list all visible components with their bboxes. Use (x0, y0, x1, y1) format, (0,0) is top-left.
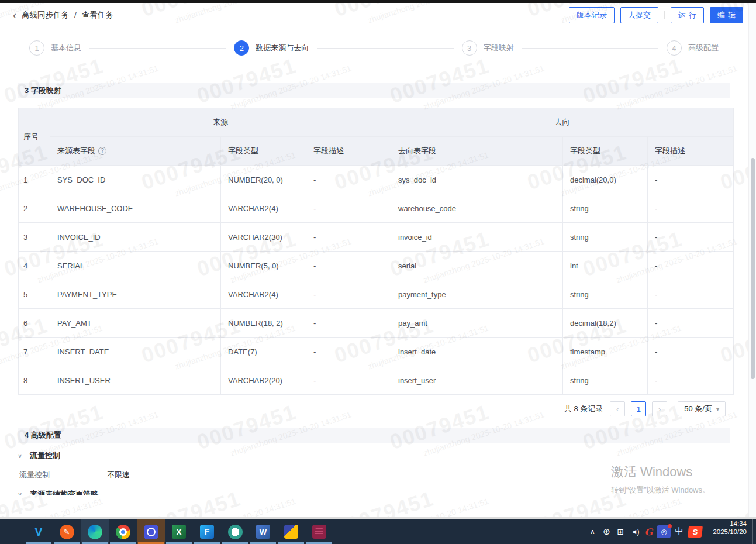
breadcrumb-item-view-task: 查看任务 (82, 10, 113, 20)
back-arrow-icon[interactable]: ‹ (13, 10, 16, 20)
breadcrumb-separator: / (74, 11, 77, 19)
taskbar-app[interactable]: W (249, 519, 277, 544)
page-1-button[interactable]: 1 (631, 401, 646, 416)
cell-src_desc: - (306, 223, 391, 252)
breadcrumb-item-task-list[interactable]: 离线同步任务 (22, 10, 69, 20)
cell-src_type: NUMBER(20, 0) (221, 166, 306, 194)
step-source-target[interactable]: 2 数据来源与去向 (234, 40, 309, 56)
cell-no: 1 (19, 166, 50, 194)
sogou-app-icon[interactable]: S (688, 526, 703, 538)
cell-dst_field: invoice_id (391, 223, 563, 252)
table-row: 8INSERT_USERVARCHAR2(20)-insert_userstri… (19, 366, 734, 395)
edit-button[interactable]: 编辑 (710, 7, 743, 23)
help-icon[interactable]: ? (98, 147, 106, 155)
cell-src_field: SYS_DOC_ID (50, 166, 221, 194)
taskbar-app[interactable] (109, 519, 137, 544)
column-header-source-field: 来源表字段? (50, 137, 221, 166)
column-header-source-desc: 字段描述 (306, 137, 391, 166)
cell-src_field: WAREHOUSE_CODE (50, 194, 221, 223)
cell-dst_type: string (563, 223, 648, 252)
cell-src_desc: - (306, 366, 391, 395)
taskbar-app[interactable]: V (25, 519, 53, 544)
cell-dst_desc: - (648, 194, 734, 223)
taskbar-app[interactable] (137, 519, 165, 544)
step-connector (89, 48, 226, 49)
cell-dst_field: pay_amt (391, 309, 563, 338)
step-connector (522, 48, 658, 49)
show-desktop-button[interactable] (752, 519, 756, 544)
cell-dst_type: string (563, 280, 648, 309)
chat-app-icon (144, 525, 158, 539)
version-history-button[interactable]: 版本记录 (569, 7, 615, 23)
cell-dst_type: string (563, 194, 648, 223)
ime-chinese-icon[interactable]: 中 (672, 526, 686, 537)
app-header: ‹ 离线同步任务 / 查看任务 版本记录 去提交 运行 编辑 (0, 3, 756, 27)
cell-src_field: SERIAL (50, 252, 221, 280)
network-globe-icon[interactable]: ⊕ (599, 526, 613, 537)
taskbar-app[interactable] (305, 519, 333, 544)
windows-taskbar: V✎XFW ∧⊕⊞◄)G◎中S 14:34 2025/10/20 (0, 519, 756, 544)
taskbar-app[interactable]: X (165, 519, 193, 544)
g-app-icon[interactable]: G (641, 526, 655, 538)
cell-no: 5 (19, 280, 50, 309)
step-basic-info[interactable]: 1 基本信息 (29, 40, 81, 56)
flow-control-group-toggle[interactable]: ∨ 流量控制 (18, 450, 730, 461)
source-field-header-text: 来源表字段 (57, 146, 95, 155)
prev-page-button[interactable]: ‹ (610, 401, 625, 416)
step-4-circle: 4 (667, 40, 682, 56)
chevron-down-icon: ∨ (18, 491, 22, 495)
flow-control-value: 不限速 (107, 470, 130, 480)
next-page-button[interactable]: › (652, 401, 667, 416)
taskbar-app[interactable]: ✎ (53, 519, 81, 544)
cell-src_type: NUMBER(5, 0) (221, 252, 306, 280)
windows-key-icon[interactable]: ⊞ (613, 527, 627, 536)
table-row: 6PAY_AMTNUMBER(18, 2)-pay_amtdecimal(18,… (19, 309, 734, 338)
cell-src_type: VARCHAR2(4) (221, 194, 306, 223)
step-1-circle: 1 (29, 40, 44, 56)
cell-no: 6 (19, 309, 50, 338)
taskbar-app[interactable]: F (193, 519, 221, 544)
group-header-target: 去向 (391, 108, 734, 137)
cell-src_desc: - (306, 338, 391, 366)
edge-icon (88, 525, 102, 539)
section-title-field-mapping: 3 字段映射 (18, 83, 730, 98)
taskbar-app[interactable] (277, 519, 305, 544)
run-button[interactable]: 运行 (671, 7, 704, 23)
taskbar-app[interactable] (81, 519, 109, 544)
notification-app-icon[interactable]: ◎ (657, 525, 671, 538)
cell-dst_field: payment_type (391, 280, 563, 309)
cell-src_field: INSERT_USER (50, 366, 221, 395)
cell-dst_type: decimal(18,2) (563, 309, 648, 338)
step-advanced-config[interactable]: 4 高级配置 (667, 40, 719, 56)
volume-icon[interactable]: ◄) (627, 528, 641, 536)
taskbar-clock[interactable]: 14:34 2025/10/20 (713, 519, 747, 544)
tray-expand-icon[interactable]: ∧ (585, 528, 599, 536)
vertical-scrollbar[interactable] (748, 3, 756, 517)
word-icon: W (256, 525, 270, 539)
cell-dst_field: insert_user (391, 366, 563, 395)
excel-icon: X (172, 525, 186, 539)
activate-windows-notice: 激活 Windows 转到“设置”以激活 Windows。 (611, 463, 710, 495)
scrollbar-thumb[interactable] (751, 158, 755, 379)
cell-dst_field: warehouse_code (391, 194, 563, 223)
cell-src_type: VARCHAR2(20) (221, 366, 306, 395)
flow-control-group-label: 流量控制 (30, 450, 60, 461)
caret-down-icon: ▾ (716, 406, 719, 412)
step-connector (317, 48, 453, 49)
table-row: 2WAREHOUSE_CODEVARCHAR2(4)-warehouse_cod… (19, 194, 734, 223)
go-submit-button[interactable]: 去提交 (620, 7, 658, 23)
cell-src_field: INVOICE_ID (50, 223, 221, 252)
page-size-select[interactable]: 50 条/页 ▾ (678, 401, 726, 416)
column-header-target-desc: 字段描述 (648, 137, 734, 166)
step-3-circle: 3 (462, 40, 477, 56)
taskbar-app[interactable] (221, 519, 249, 544)
cell-src_field: INSERT_DATE (50, 338, 221, 366)
button-divider (664, 11, 665, 19)
cell-dst_desc: - (648, 280, 734, 309)
clock-date: 2025/10/20 (713, 528, 747, 536)
cell-src_desc: - (306, 309, 391, 338)
taskbar-apps: V✎XFW (25, 519, 333, 544)
cell-src_type: VARCHAR2(30) (221, 223, 306, 252)
step-2-label: 数据来源与去向 (256, 43, 309, 53)
step-field-mapping[interactable]: 3 字段映射 (462, 40, 514, 56)
